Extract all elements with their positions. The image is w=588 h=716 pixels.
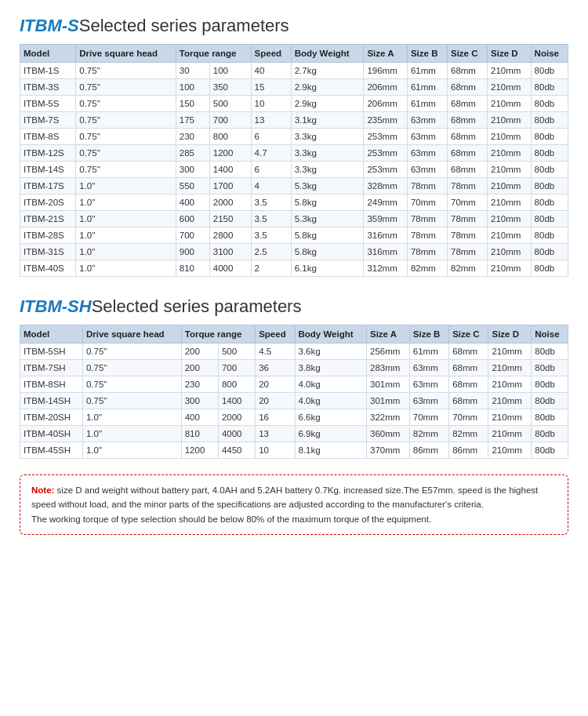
table-cell: 1.0" xyxy=(76,211,176,227)
table-cell: 80db xyxy=(532,376,568,393)
col2-drive-square-head: Drive square head xyxy=(82,325,181,343)
table-cell: 2.7kg xyxy=(291,63,364,79)
table-cell: 78mm xyxy=(448,227,488,244)
table-cell: 3.5 xyxy=(251,227,291,244)
table-cell: 6.9kg xyxy=(295,426,366,442)
table-cell: 1.0" xyxy=(82,409,181,426)
table-row: ITBM-8S0.75"23080063.3kg253mm63mm68mm210… xyxy=(20,129,568,145)
col2-size-c: Size C xyxy=(449,325,488,343)
col2-size-d: Size D xyxy=(488,325,532,343)
table-cell: 350 xyxy=(209,79,251,96)
table-cell: ITBM-5S xyxy=(20,96,76,112)
table-cell: 0.75" xyxy=(82,360,181,376)
table-cell: 206mm xyxy=(364,79,408,96)
table-row: ITBM-5SH0.75"2005004.53.6kg256mm61mm68mm… xyxy=(20,343,568,360)
table-cell: 800 xyxy=(218,376,255,393)
table-cell: 210mm xyxy=(488,244,532,260)
col-model: Model xyxy=(20,45,76,63)
table-cell: 5.8kg xyxy=(291,194,364,211)
table-cell: 210mm xyxy=(488,145,532,162)
table-cell: 80db xyxy=(531,129,568,145)
section1-table: Model Drive square head Torque range Spe… xyxy=(20,44,568,277)
table-cell: 2.5 xyxy=(251,244,291,260)
table-cell: 100 xyxy=(209,63,251,79)
table-cell: 70mm xyxy=(449,409,488,426)
table-cell: 2000 xyxy=(209,194,251,211)
table-cell: ITBM-40SH xyxy=(20,426,83,442)
table-cell: 20 xyxy=(256,393,295,409)
section2-header-row: Model Drive square head Torque range Spe… xyxy=(20,325,568,343)
table-cell: 68mm xyxy=(449,343,488,360)
table-cell: 5.8kg xyxy=(291,227,364,244)
table-cell: 0.75" xyxy=(76,162,176,178)
table-cell: ITBM-40S xyxy=(20,260,76,277)
table-cell: 80db xyxy=(531,112,568,129)
section1-brand: ITBM-S xyxy=(20,16,79,35)
table-cell: 500 xyxy=(218,343,255,360)
table-cell: 0.75" xyxy=(76,112,176,129)
note-label: Note: xyxy=(31,485,54,495)
table-cell: 4.5 xyxy=(256,343,295,360)
col-torque-range: Torque range xyxy=(176,45,251,63)
section2: ITBM-SHSelected series parameters Model … xyxy=(20,296,568,459)
table-cell: ITBM-1S xyxy=(20,63,76,79)
table-cell: 249mm xyxy=(364,194,408,211)
table-cell: 550 xyxy=(176,178,209,194)
table-cell: 80db xyxy=(531,162,568,178)
table-cell: 210mm xyxy=(488,343,532,360)
table-cell: 6 xyxy=(251,129,291,145)
col2-torque-range: Torque range xyxy=(181,325,255,343)
table-row: ITBM-7SH0.75"200700363.8kg283mm63mm68mm2… xyxy=(20,360,568,376)
table-cell: 16 xyxy=(256,409,295,426)
table-cell: 1.0" xyxy=(76,194,176,211)
table-cell: ITBM-45SH xyxy=(20,442,83,459)
table-cell: 0.75" xyxy=(76,79,176,96)
table-cell: 3.6kg xyxy=(295,343,366,360)
table-cell: 4450 xyxy=(218,442,255,459)
table-cell: 210mm xyxy=(488,393,532,409)
table-cell: 2000 xyxy=(218,409,255,426)
col-size-b: Size B xyxy=(407,45,447,63)
table-cell: 63mm xyxy=(407,162,447,178)
table-cell: 1700 xyxy=(209,178,251,194)
table-cell: 301mm xyxy=(366,376,409,393)
table-row: ITBM-20S1.0"40020003.55.8kg249mm70mm70mm… xyxy=(20,194,568,211)
table-cell: 80db xyxy=(531,260,568,277)
table-cell: 0.75" xyxy=(76,145,176,162)
table-cell: 500 xyxy=(209,96,251,112)
table-cell: 68mm xyxy=(449,360,488,376)
table-cell: 4.0kg xyxy=(295,376,366,393)
table-cell: 61mm xyxy=(407,79,447,96)
table-cell: 256mm xyxy=(366,343,409,360)
table-cell: 78mm xyxy=(407,211,447,227)
table-cell: 150 xyxy=(176,96,209,112)
table-cell: 210mm xyxy=(488,409,532,426)
table-cell: 13 xyxy=(251,112,291,129)
table-cell: 3.3kg xyxy=(291,145,364,162)
table-cell: 80db xyxy=(531,227,568,244)
table-row: ITBM-28S1.0"70028003.55.8kg316mm78mm78mm… xyxy=(20,227,568,244)
table-cell: 3.1kg xyxy=(291,112,364,129)
table-cell: 301mm xyxy=(366,393,409,409)
table-row: ITBM-5S0.75"150500102.9kg206mm61mm68mm21… xyxy=(20,96,568,112)
table-cell: 210mm xyxy=(488,194,532,211)
table-cell: ITBM-8SH xyxy=(20,376,83,393)
table-cell: 700 xyxy=(209,112,251,129)
table-cell: 300 xyxy=(181,393,218,409)
table-cell: ITBM-31S xyxy=(20,244,76,260)
table-cell: 3.3kg xyxy=(291,129,364,145)
table-cell: 210mm xyxy=(488,96,532,112)
table-row: ITBM-17S1.0"550170045.3kg328mm78mm78mm21… xyxy=(20,178,568,194)
table-cell: 68mm xyxy=(448,162,488,178)
table-cell: 210mm xyxy=(488,112,532,129)
table-cell: 86mm xyxy=(449,442,488,459)
table-cell: 285 xyxy=(176,145,209,162)
col-body-weight: Body Weight xyxy=(291,45,364,63)
table-cell: 80db xyxy=(531,63,568,79)
table-cell: ITBM-28S xyxy=(20,227,76,244)
table-cell: 700 xyxy=(218,360,255,376)
table-cell: 63mm xyxy=(409,376,448,393)
table-cell: 10 xyxy=(256,442,295,459)
table-cell: 78mm xyxy=(407,227,447,244)
note-text1: size D and weight without battery part, … xyxy=(31,485,538,509)
